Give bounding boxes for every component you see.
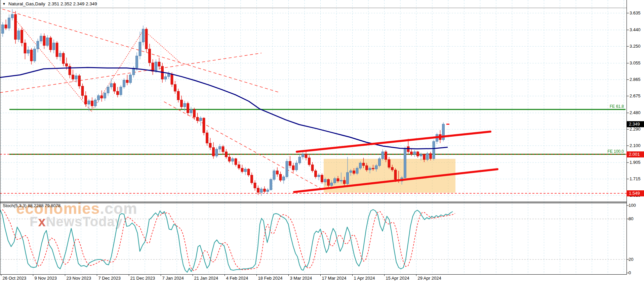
price-tick-label: 2.675 [630, 93, 641, 98]
price-tick-label: 1.905 [630, 160, 641, 165]
date-tick-label: 4 Feb 2024 [226, 276, 248, 281]
fib-extension-label: FE 61.8 [594, 104, 624, 109]
price-tick-label: 2.290 [630, 127, 641, 132]
stochastic-indicator-label: Stoch(5,3,3) 88.2288 79.8078 [3, 203, 61, 208]
date-tick-label: 9 Nov 2023 [35, 276, 57, 281]
date-tick-label: 3 Mar 2024 [290, 276, 312, 281]
date-tick-label: 1 Apr 2024 [354, 276, 375, 281]
stoch-tick-label: 20 [629, 257, 633, 262]
ohlc-values: 2.351 2.352 2.349 2.349 [48, 1, 97, 6]
price-tick-label: 1.715 [630, 176, 641, 181]
svg-text:FxNewsToday: FxNewsToday [30, 214, 123, 229]
price-tick-label: 2.480 [630, 110, 641, 115]
price-tick-label: 3.635 [630, 10, 641, 15]
date-tick-label: 7 Jan 2024 [162, 276, 184, 281]
date-tick-label: 23 Nov 2023 [67, 276, 91, 281]
fib-extension-label: FE 100.0 [594, 149, 624, 154]
date-tick-label: 18 Feb 2024 [258, 276, 283, 281]
price-tick-label: 3.440 [630, 27, 641, 32]
price-marker-support-level: 1.549 [627, 190, 644, 196]
stoch-tick-label: 100 [629, 203, 636, 208]
stoch-tick-label: 80 [629, 216, 633, 221]
price-tick-label: 2.100 [630, 143, 641, 148]
date-tick-label: 7 Dec 2023 [98, 276, 121, 281]
price-tick-label: 2.865 [630, 77, 641, 82]
price-chart-canvas[interactable]: economies.comFxNewsToday [0, 0, 644, 282]
date-tick-label: 26 Oct 2023 [3, 276, 27, 281]
price-tick-label: 3.055 [630, 60, 641, 65]
gridlines [0, 0, 627, 274]
symbol-dropdown-icon: ▼ [2, 2, 6, 6]
stoch-tick-label: 0 [629, 270, 631, 275]
price-tick-label: 3.250 [630, 44, 641, 49]
last-price-tick [446, 124, 449, 125]
date-tick-label: 21 Jan 2024 [194, 276, 218, 281]
date-tick-label: 21 Dec 2023 [130, 276, 155, 281]
chart-title-bar: ▼ Natural_Gas,Daily 2.351 2.352 2.349 2.… [2, 1, 97, 6]
mt4-chart-window: economies.comFxNewsToday ▼ Natural_Gas,D… [0, 0, 644, 282]
symbol-timeframe-label: Natural_Gas,Daily [8, 1, 45, 6]
price-marker-current-price: 2.349 [627, 121, 644, 127]
date-tick-label: 15 Apr 2024 [386, 276, 409, 281]
date-tick-label: 29 Apr 2024 [418, 276, 441, 281]
price-marker-fib-100-level: 2.001 [627, 151, 644, 157]
date-tick-label: 17 Mar 2024 [322, 276, 347, 281]
